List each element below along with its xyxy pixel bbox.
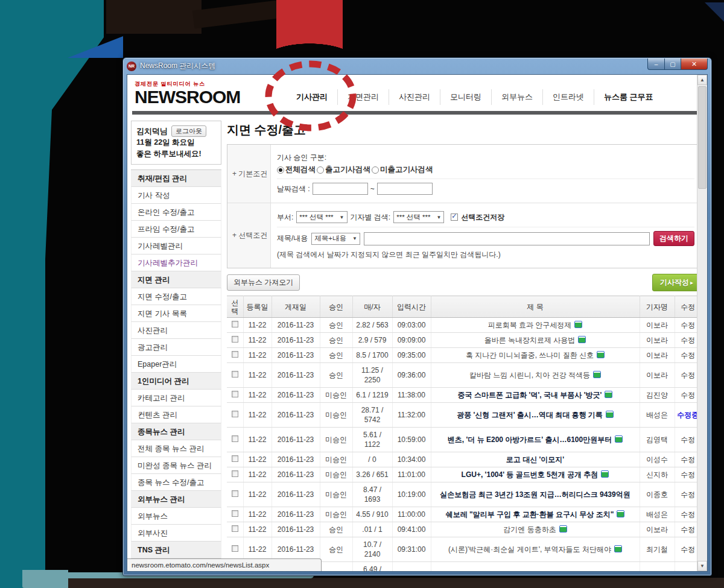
sidebar-item-10[interactable]: 사진관리: [131, 322, 221, 339]
nav-tab-3[interactable]: 사진관리: [389, 89, 440, 105]
reporter-cell: 배성은: [640, 403, 675, 428]
reporter-select[interactable]: *** 선택 *** ▼: [393, 211, 444, 223]
nav-tab-1[interactable]: 기사관리: [287, 89, 337, 105]
keyword-input[interactable]: [364, 232, 650, 245]
approval-cell: 승인: [320, 318, 352, 333]
approval-type-label: 기사 승인 구분:: [277, 153, 694, 163]
nav-tab-5[interactable]: 외부뉴스: [491, 89, 542, 105]
row-checkbox[interactable]: [232, 510, 238, 517]
article-title-link[interactable]: 중국 스마트폰 고급화 '덕', 국내 부품사 '방긋': [458, 391, 602, 399]
row-checkbox[interactable]: [232, 391, 238, 397]
sidebar-item-17[interactable]: 전체 종목 뉴스 관리: [131, 440, 221, 457]
article-title-link[interactable]: 피로회복 효과 안구세정제: [488, 321, 572, 329]
row-checkbox[interactable]: [232, 435, 238, 442]
row-checkbox[interactable]: [232, 371, 238, 378]
sidebar-item-5[interactable]: 기사레벨관리: [131, 238, 221, 254]
article-title-link[interactable]: 감기엔 동충하초: [503, 525, 556, 534]
row-checkbox[interactable]: [232, 490, 238, 497]
row-checkbox[interactable]: [232, 455, 238, 462]
title-cell: 쉐보레 "말리부 구입 후 교환·환불 요구시 무상 조치": [431, 507, 640, 522]
import-external-news-button[interactable]: 외부뉴스 가져오기: [227, 274, 300, 291]
article-title-link[interactable]: LGU+, '1004' 등 골드번호 5천개 공개 추첨: [462, 470, 599, 479]
scroll-up-icon[interactable]: ▲: [697, 75, 707, 85]
sidebar-item-6[interactable]: 기사레벨추가관리: [131, 254, 221, 271]
row-checkbox[interactable]: [232, 545, 238, 552]
edit-link[interactable]: 수정: [681, 510, 695, 519]
maximize-button[interactable]: ▢: [665, 58, 681, 70]
sidebar-item-3[interactable]: 온라인 수정/출고: [131, 204, 221, 221]
article-title-link[interactable]: 실손보험금 최근 3년간 13조원 지급…허리디스크 9439억원: [440, 490, 630, 499]
approval-radio-1[interactable]: [277, 166, 284, 174]
table-row: 11-222016-11-23승인2.9 / 57909:09:00올바른 녹내…: [227, 333, 701, 348]
approval-radio-2[interactable]: [317, 166, 324, 174]
sidebar-item-9[interactable]: 지면 기사 목록: [131, 305, 221, 322]
nav-tab-7[interactable]: 뉴스룸 근무표: [594, 89, 663, 105]
date-to-input[interactable]: [377, 183, 433, 195]
scrollbar-thumb[interactable]: [698, 86, 707, 189]
article-title-link[interactable]: 쉐보레 "말리부 구입 후 교환·환불 요구시 무상 조치": [446, 510, 614, 519]
row-checkbox[interactable]: [232, 411, 238, 417]
sidebar-item-4[interactable]: 프라임 수정/출고: [131, 221, 221, 238]
main-nav: 기사관리지면관리사진관리모니터링외부뉴스인트라넷뉴스룸 근무표: [287, 89, 663, 105]
sidebar-item-22[interactable]: 외부사진: [131, 525, 221, 542]
sidebar-item-14[interactable]: 카테고리 관리: [131, 390, 221, 406]
ratio-cell: 28.71 / 5742: [352, 403, 392, 428]
title-mode-select[interactable]: 제목+내용 ▼: [311, 233, 360, 245]
write-article-button[interactable]: 기사작성▸: [652, 274, 701, 291]
title-bar[interactable]: NR NewsRoom 관리시스템 – ▢ ✕: [123, 58, 711, 74]
minimize-button[interactable]: –: [647, 58, 665, 70]
article-title-link[interactable]: 벤츠, '더 뉴 E200 아방가르드' 출시…6100만원부터: [448, 435, 612, 444]
article-title-link[interactable]: 로고 대신 '이모지': [506, 455, 564, 464]
row-checkbox[interactable]: [232, 336, 238, 343]
sidebar-item-15[interactable]: 컨텐츠 관리: [131, 406, 221, 423]
edit-link[interactable]: 수정: [681, 455, 695, 464]
edit-link[interactable]: 수정: [681, 336, 695, 344]
save-condition-checkbox[interactable]: [451, 213, 458, 221]
date-from-input[interactable]: [313, 183, 368, 195]
nav-tab-2[interactable]: 지면관리: [337, 89, 389, 105]
edit-link[interactable]: 수정: [681, 570, 695, 572]
nav-tab-6[interactable]: 인트라넷: [542, 89, 594, 105]
article-title-link[interactable]: 광풍 '신형 그랜저' 출시…역대 최대 흥행 기록: [457, 411, 603, 419]
photo-attachment-icon: [578, 336, 586, 343]
edit-link[interactable]: 수정: [681, 321, 695, 329]
date-separator: ~: [370, 185, 375, 193]
vertical-scrollbar[interactable]: ▲ ▼: [697, 75, 707, 571]
row-checkbox[interactable]: [232, 470, 238, 477]
edit-link[interactable]: 수정: [681, 391, 695, 399]
sidebar-item-11[interactable]: 광고관리: [131, 339, 221, 356]
edit-link[interactable]: 수정: [681, 490, 695, 499]
dept-select[interactable]: *** 선택 *** ▼: [296, 211, 347, 223]
row-checkbox[interactable]: [232, 321, 238, 327]
article-title-link[interactable]: 올바른 녹내장치료제 사용법: [484, 336, 576, 344]
sidebar-item-19[interactable]: 종목 뉴스 수정/출고: [131, 474, 221, 491]
sidebar-item-2[interactable]: 기사 작성: [131, 187, 221, 204]
nav-tab-4[interactable]: 모니터링: [440, 89, 491, 105]
close-button[interactable]: ✕: [681, 58, 708, 70]
title-cell: 올바른 녹내장치료제 사용법: [431, 333, 640, 348]
edit-link[interactable]: 수정: [681, 525, 695, 534]
row-checkbox[interactable]: [232, 351, 238, 358]
published-date-cell: 2016-11-23: [272, 348, 320, 363]
edit-link[interactable]: 수정중: [677, 411, 699, 419]
article-title-link[interactable]: (시론)'박근혜·최순실 게이트', 부역자들도 처단해야: [448, 545, 611, 554]
sidebar-item-12[interactable]: Epaper관리: [131, 356, 221, 373]
edit-link[interactable]: 수정: [681, 371, 695, 379]
sidebar-item-8[interactable]: 지면 수정/출고: [131, 288, 221, 305]
edit-link[interactable]: 수정: [681, 545, 695, 554]
column-header-2: 등록일: [243, 296, 272, 318]
article-title-link[interactable]: (현장에서)소통있는 포스트트루스 시대를 바라며: [457, 570, 613, 572]
search-button[interactable]: 검색하기: [653, 231, 694, 246]
edit-link[interactable]: 수정: [681, 470, 695, 479]
article-title-link[interactable]: 칼바람 느낌 시린니, 치아 건강 적색등: [469, 371, 590, 379]
edit-link[interactable]: 수정: [681, 435, 695, 444]
scroll-down-icon[interactable]: ▼: [697, 561, 707, 571]
article-title-link[interactable]: 훅 지나간 미니뇌졸중, 쓰나미 질환 신호: [466, 351, 594, 359]
logout-button[interactable]: 로그아웃: [171, 125, 206, 137]
row-checkbox[interactable]: [232, 525, 238, 532]
sidebar-item-21[interactable]: 외부뉴스: [131, 508, 221, 525]
sidebar-item-18[interactable]: 미완성 종목 뉴스 관리: [131, 457, 221, 474]
edit-link[interactable]: 수정: [681, 351, 695, 359]
approval-radio-3[interactable]: [372, 166, 379, 174]
reporter-cell: 이보라: [640, 522, 675, 537]
